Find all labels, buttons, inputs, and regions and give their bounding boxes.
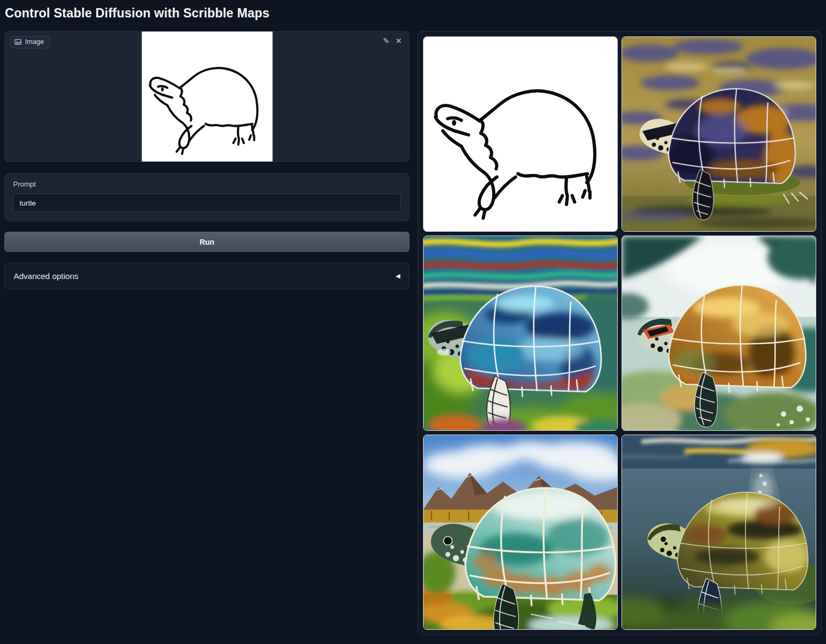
scribble-turtle-drawing bbox=[141, 32, 272, 162]
close-icon[interactable]: ✕ bbox=[395, 35, 402, 46]
prompt-input[interactable] bbox=[13, 194, 401, 212]
gallery-image-generated-2 bbox=[424, 236, 617, 430]
scribble-image[interactable] bbox=[141, 32, 272, 162]
gallery-image-generated-1 bbox=[622, 37, 816, 231]
edit-icon[interactable]: ✎ bbox=[383, 35, 390, 46]
gallery-item-generated-2[interactable] bbox=[423, 236, 618, 431]
advanced-options-label: Advanced options bbox=[14, 271, 78, 281]
image-input-label-text: Image bbox=[25, 38, 44, 46]
left-column: Image ✎ ✕ Prompt Run Advanced options ◀ bbox=[4, 31, 409, 289]
gallery-item-generated-5[interactable] bbox=[622, 435, 816, 630]
gallery-item-generated-3[interactable] bbox=[622, 236, 816, 431]
prompt-label: Prompt bbox=[13, 180, 401, 188]
advanced-options-accordion[interactable]: Advanced options ◀ bbox=[4, 263, 409, 289]
gallery-grid bbox=[423, 36, 816, 630]
image-icon bbox=[14, 38, 22, 46]
image-input-label: Image bbox=[10, 36, 49, 48]
gallery-image-generated-4 bbox=[424, 435, 617, 629]
gallery-image-generated-5 bbox=[622, 435, 816, 629]
gallery-item-generated-1[interactable] bbox=[622, 36, 816, 232]
image-input-panel[interactable]: Image ✎ ✕ bbox=[4, 31, 409, 162]
run-button[interactable]: Run bbox=[4, 232, 409, 252]
gallery-image-generated-3 bbox=[622, 236, 816, 430]
prompt-panel: Prompt bbox=[4, 173, 409, 221]
gallery-item-scribble[interactable] bbox=[423, 36, 618, 232]
page-title: Control Stable Diffusion with Scribble M… bbox=[5, 6, 270, 21]
gallery-image-scribble bbox=[424, 37, 617, 231]
chevron-left-icon: ◀ bbox=[396, 273, 400, 280]
output-gallery bbox=[418, 31, 822, 635]
gallery-item-generated-4[interactable] bbox=[423, 435, 618, 630]
